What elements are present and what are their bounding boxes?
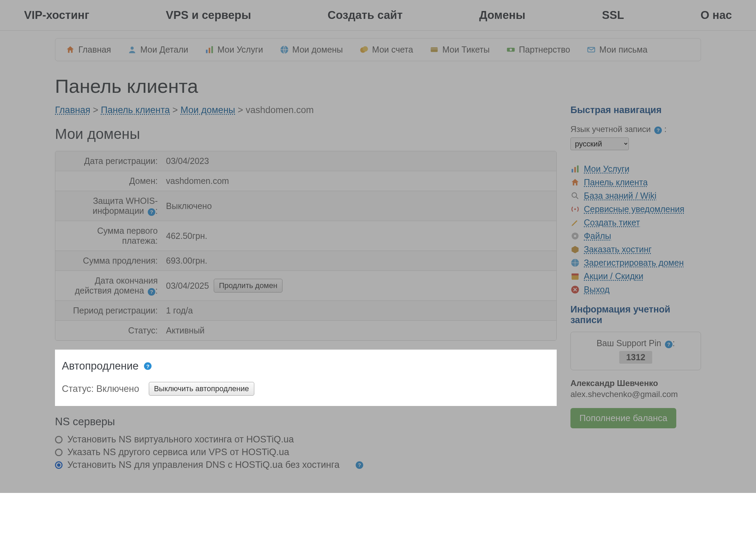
- ql-wiki[interactable]: База знаний / Wiki: [570, 191, 701, 201]
- svg-rect-2: [209, 48, 210, 53]
- ns-option-0[interactable]: Установить NS виртуального хостинга от H…: [55, 434, 557, 445]
- top-nav: VIP-хостинг VPS и серверы Создать сайт Д…: [0, 0, 756, 31]
- subnav-domains[interactable]: Мои домены: [280, 45, 343, 55]
- subnav-services[interactable]: Мои Услуги: [205, 45, 263, 55]
- subnav-bills[interactable]: Мои счета: [359, 45, 413, 55]
- nav-ssl[interactable]: SSL: [602, 9, 624, 22]
- exit-icon: [570, 285, 580, 294]
- svg-point-9: [510, 48, 512, 51]
- ql-promo[interactable]: Акции / Скидки: [570, 271, 701, 281]
- svg-rect-7: [431, 47, 438, 52]
- subnav-tickets[interactable]: Мои Тикеты: [430, 45, 490, 55]
- breadcrumb: Главная > Панель клиента > Мои домены > …: [55, 105, 557, 116]
- home-icon: [66, 45, 75, 54]
- ql-exit[interactable]: Выход: [570, 285, 701, 295]
- coins-icon: [359, 45, 369, 54]
- help-icon[interactable]: ?: [144, 362, 152, 370]
- table-row: Дата окончания действия домена ?:03/04/2…: [55, 271, 556, 301]
- user-name: Александр Шевченко: [570, 378, 701, 388]
- page-title: Панель клиента: [55, 75, 756, 97]
- nav-about[interactable]: О нас: [701, 9, 732, 22]
- globe-icon: [280, 45, 289, 54]
- svg-rect-20: [571, 274, 578, 276]
- antenna-icon: [570, 205, 580, 214]
- subnav-home[interactable]: Главная: [66, 45, 111, 55]
- table-row: Сумма продления:693.00грн.: [55, 251, 556, 271]
- autorenew-status: Статус: Включено: [62, 384, 139, 394]
- nav-vip[interactable]: VIP-хостинг: [24, 9, 89, 22]
- ns-option-2[interactable]: Установить NS для управления DNS с HOSTi…: [55, 460, 557, 470]
- ticket-icon: [430, 45, 439, 54]
- domain-info-table: Дата регистрации:03/04/2023 Домен:vashdo…: [55, 151, 557, 341]
- home-icon: [570, 178, 580, 187]
- radio-icon: [55, 436, 63, 443]
- table-row: Домен:vashdomen.com: [55, 171, 556, 191]
- language-select[interactable]: русский: [570, 138, 629, 150]
- ns-option-1[interactable]: Указать NS другого сервиса или VPS от HO…: [55, 447, 557, 458]
- crumb-current: vashdomen.com: [246, 105, 314, 115]
- help-icon[interactable]: ?: [148, 288, 155, 296]
- support-pin: 1312: [619, 351, 652, 364]
- svg-rect-12: [574, 167, 576, 173]
- svg-rect-11: [571, 169, 573, 173]
- account-info-title: Информация учетной записи: [570, 304, 701, 326]
- disc-icon: [570, 231, 580, 241]
- search-icon: [570, 191, 580, 200]
- ql-hosting[interactable]: Заказать хостинг: [570, 244, 701, 254]
- ql-regdomain[interactable]: Зарегистрировать домен: [570, 258, 701, 268]
- ql-services[interactable]: Мои Услуги: [570, 164, 701, 174]
- svg-rect-13: [577, 165, 579, 172]
- chart-icon: [205, 45, 214, 54]
- help-icon[interactable]: ?: [654, 126, 662, 134]
- pencil-icon: [570, 218, 580, 227]
- quicknav-title: Быстрая навигация: [570, 105, 701, 116]
- nav-create[interactable]: Создать сайт: [327, 9, 402, 22]
- sub-nav: Главная Мои Детали Мои Услуги Мои домены…: [55, 38, 701, 61]
- box-icon: [570, 245, 580, 254]
- sidebar: Быстрая навигация Язык учетной записи ? …: [570, 105, 701, 472]
- help-icon[interactable]: ?: [148, 208, 155, 216]
- user-email: alex.shevchenko@gmail.com: [570, 389, 701, 399]
- nav-domains[interactable]: Домены: [479, 9, 525, 22]
- renew-domain-button[interactable]: Продлить домен: [214, 279, 282, 293]
- radio-icon: [55, 449, 63, 456]
- ql-notice[interactable]: Сервисные уведомления: [570, 204, 701, 214]
- section-title: Мои домены: [55, 126, 557, 142]
- table-row: Статус:Активный: [55, 321, 556, 340]
- autorenew-title: Автопродление: [62, 360, 138, 372]
- chart-icon: [570, 164, 580, 174]
- ql-panel[interactable]: Панель клиента: [570, 177, 701, 187]
- crumb-panel[interactable]: Панель клиента: [101, 105, 170, 115]
- ns-title: NS серверы: [55, 416, 557, 428]
- subnav-mail[interactable]: Мои письма: [587, 45, 647, 55]
- autorenew-panel: Автопродление? Статус: Включено Выключит…: [55, 350, 557, 406]
- svg-point-17: [574, 235, 576, 237]
- mail-icon: [587, 45, 596, 54]
- help-icon[interactable]: ?: [665, 341, 672, 348]
- crumb-home[interactable]: Главная: [55, 105, 90, 115]
- money-icon: [506, 45, 515, 54]
- table-row: Период регистрации:1 год/а: [55, 301, 556, 321]
- topup-balance-button[interactable]: Пополнение баланса: [570, 408, 676, 428]
- table-row: Защита WHOIS-информации ?:Выключено: [55, 191, 556, 221]
- table-row: Сумма первого платежа:462.50грн.: [55, 221, 556, 251]
- disable-autorenew-button[interactable]: Выключить автопродление: [149, 382, 254, 396]
- globe-icon: [570, 258, 580, 267]
- user-icon: [127, 45, 137, 54]
- svg-rect-1: [206, 50, 208, 53]
- calendar-icon: [570, 272, 580, 281]
- crumb-domains[interactable]: Мои домены: [180, 105, 235, 115]
- svg-point-14: [572, 193, 577, 198]
- subnav-details[interactable]: Мои Детали: [127, 45, 188, 55]
- ql-ticket[interactable]: Создать тикет: [570, 218, 701, 228]
- radio-icon: [55, 461, 63, 469]
- nav-vps[interactable]: VPS и серверы: [166, 9, 251, 22]
- table-row: Дата регистрации:03/04/2023: [55, 151, 556, 171]
- ql-files[interactable]: Файлы: [570, 231, 701, 241]
- svg-point-0: [131, 47, 134, 50]
- support-pin-box: Ваш Support Pin ?: 1312: [570, 332, 701, 370]
- help-icon[interactable]: ?: [356, 461, 363, 469]
- subnav-partner[interactable]: Партнерство: [506, 45, 570, 55]
- svg-rect-3: [211, 46, 213, 53]
- svg-point-15: [574, 208, 576, 210]
